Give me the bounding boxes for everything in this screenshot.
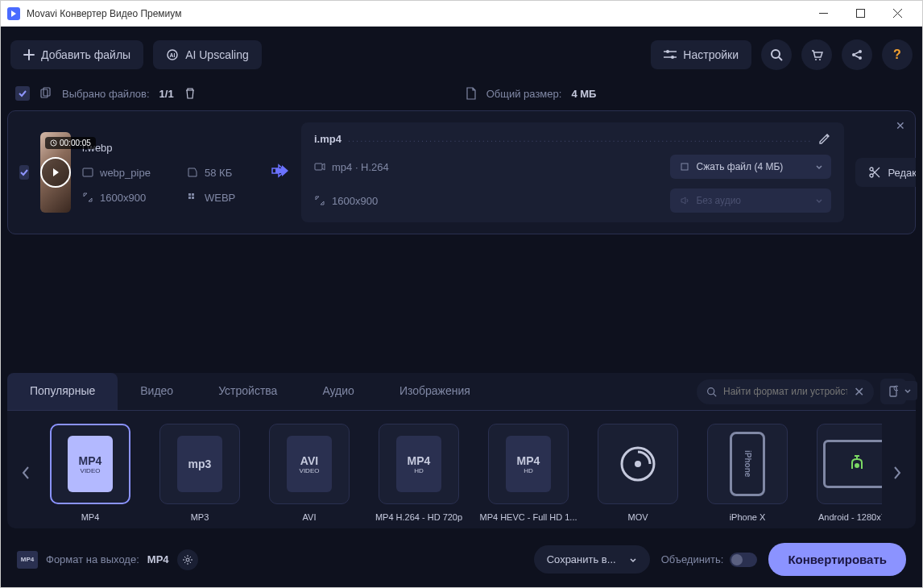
merge-toggle[interactable]: [730, 553, 757, 567]
selected-files-label: Выбрано файлов:: [62, 88, 150, 100]
tab-devices[interactable]: Устройства: [196, 373, 300, 410]
disk-icon: [187, 167, 198, 178]
search-icon: [770, 48, 783, 61]
edit-button[interactable]: Редактировать: [855, 158, 916, 187]
scissors-icon: [868, 166, 881, 179]
format-card-label: iPhone X: [698, 512, 797, 522]
chevron-left-icon: [20, 465, 31, 481]
svg-point-39: [635, 461, 641, 467]
rename-icon[interactable]: [818, 132, 831, 145]
file-list: ✕ 00:00:05 i.webp webp_pipe: [7, 110, 916, 366]
svg-point-8: [666, 50, 669, 53]
tab-video[interactable]: Видео: [118, 373, 196, 410]
window-title: Movavi Конвертер Видео Премиум: [27, 8, 805, 19]
format-card[interactable]: MP4HDMP4 H.264 - HD 720p: [370, 424, 468, 522]
source-format: WEBP: [205, 192, 235, 204]
settings-button[interactable]: Настройки: [651, 40, 751, 69]
svg-point-17: [859, 56, 862, 60]
svg-rect-23: [83, 168, 93, 176]
source-filename: i.webp: [82, 142, 259, 154]
file-checkbox[interactable]: [19, 165, 29, 180]
svg-rect-36: [890, 387, 896, 396]
tab-audio[interactable]: Аудио: [300, 373, 377, 410]
format-card[interactable]: iPhoneiPhone X: [698, 424, 797, 522]
source-size: 58 КБ: [205, 167, 232, 179]
svg-rect-28: [315, 164, 322, 170]
compress-icon: [680, 162, 689, 172]
chevron-down-icon: [815, 163, 823, 171]
format-card-label: MP4: [41, 512, 139, 522]
trash-icon[interactable]: [184, 87, 197, 100]
play-icon: [40, 157, 71, 188]
audio-label: Без аудио: [696, 195, 741, 206]
selected-files-count: 1/1: [159, 88, 174, 100]
svg-point-14: [819, 59, 821, 60]
format-card-label: AVI: [260, 512, 358, 522]
svg-text:AI: AI: [170, 52, 176, 58]
container-icon: [82, 167, 93, 178]
svg-point-10: [671, 56, 674, 59]
svg-line-12: [779, 57, 782, 60]
search-icon: [706, 387, 717, 397]
merge-toggle-group: Объединить:: [661, 553, 758, 567]
format-card-label: MP3: [151, 512, 249, 522]
format-card[interactable]: Android - 1280x720: [808, 424, 882, 522]
minimize-button[interactable]: [805, 1, 842, 27]
format-card[interactable]: MP4VIDEOMP4: [41, 424, 139, 522]
svg-point-16: [859, 50, 862, 53]
plus-icon: [23, 49, 35, 60]
gear-icon: [182, 554, 193, 565]
file-icon: [466, 87, 477, 100]
output-settings-button[interactable]: [177, 549, 198, 570]
format-card[interactable]: mp3MP3: [151, 424, 249, 522]
merge-label: Объединить:: [661, 553, 724, 565]
total-size-value: 4 МБ: [571, 88, 596, 100]
convert-button[interactable]: Конвертировать: [768, 543, 906, 576]
close-button[interactable]: [879, 1, 916, 27]
svg-line-18: [855, 52, 859, 55]
share-icon: [851, 48, 863, 61]
cart-button[interactable]: [801, 39, 832, 70]
file-thumbnail[interactable]: 00:00:05: [40, 132, 71, 213]
remove-file-button[interactable]: ✕: [896, 119, 905, 132]
share-button[interactable]: [842, 39, 872, 70]
scroll-right-button[interactable]: [885, 433, 909, 513]
settings-label: Настройки: [683, 48, 739, 61]
svg-rect-2: [856, 10, 864, 18]
tab-images[interactable]: Изображения: [377, 373, 493, 410]
audio-select[interactable]: Без аудио: [670, 188, 831, 213]
add-files-button[interactable]: Добавить файлы: [10, 40, 143, 69]
format-card-label: MP4 HEVC - Full HD 1...: [479, 512, 577, 522]
app-icon: [7, 7, 20, 20]
chevron-down-icon: [815, 197, 823, 205]
save-to-label: Сохранить в...: [547, 553, 616, 565]
format-search-input[interactable]: [723, 386, 847, 397]
checkmark-icon: [19, 168, 29, 177]
destination-resolution: 1600x900: [332, 195, 378, 207]
panel-collapse-button[interactable]: [898, 381, 917, 400]
duration-badge: 00:00:05: [45, 137, 96, 149]
format-card[interactable]: AVIVIDEOAVI: [260, 424, 358, 522]
select-all-checkbox[interactable]: [15, 86, 30, 101]
clock-icon: [50, 139, 57, 147]
ai-icon: AI: [166, 48, 179, 61]
duration-value: 00:00:05: [60, 139, 91, 147]
maximize-button[interactable]: [842, 1, 879, 27]
format-grid: MP4VIDEOMP4mp3MP3AVIVIDEOAVIMP4HDMP4 H.2…: [41, 424, 882, 522]
format-card[interactable]: MOV: [589, 424, 687, 522]
edit-label: Редактировать: [888, 167, 916, 179]
audio-icon: [680, 196, 689, 205]
search-button[interactable]: [761, 39, 792, 70]
save-to-select[interactable]: Сохранить в...: [534, 545, 650, 574]
titlebar: Movavi Конвертер Видео Премиум: [1, 1, 922, 27]
search-clear-button[interactable]: ✕: [854, 384, 864, 400]
help-button[interactable]: ?: [882, 39, 913, 70]
resolution-icon: [314, 195, 325, 206]
scroll-left-button[interactable]: [14, 433, 38, 513]
tab-popular[interactable]: Популярные: [7, 373, 118, 410]
compress-select[interactable]: Сжать файл (4 МБ): [670, 155, 831, 179]
ai-upscaling-button[interactable]: AI AI Upscaling: [153, 40, 262, 69]
output-format-value: MP4: [147, 553, 169, 565]
format-search-box[interactable]: ✕: [697, 379, 874, 404]
format-card[interactable]: MP4HDMP4 HEVC - Full HD 1...: [479, 424, 577, 522]
